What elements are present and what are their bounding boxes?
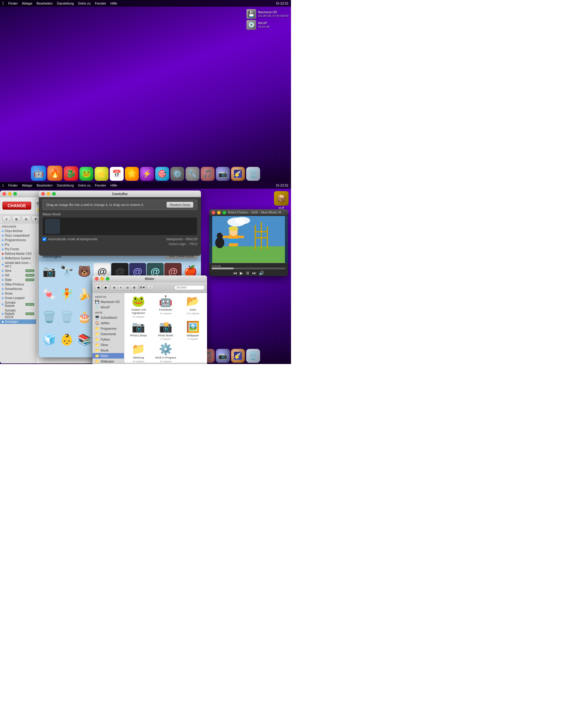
forward-button[interactable]: ▶ — [103, 285, 109, 290]
menu-finder-bottom[interactable]: Finder — [8, 183, 18, 187]
finder-close[interactable] — [95, 277, 99, 281]
dock-item-trash[interactable]: 🗑️ — [246, 167, 260, 181]
sonstiges-icon-cake[interactable]: 🎂 — [76, 309, 93, 326]
video-close[interactable] — [212, 211, 215, 214]
icon-view-btn[interactable]: ⊞ — [111, 285, 118, 290]
sidebar-slate[interactable]: Slate DOCK — [0, 278, 36, 282]
zoom-btn-2[interactable] — [52, 192, 56, 196]
finder-min[interactable] — [100, 277, 104, 281]
finder-bilder[interactable]: 📁 Bilder — [92, 353, 124, 359]
menu-bearbeiten-top[interactable]: Bearbeiten — [37, 1, 53, 5]
folder-werbung[interactable]: 📁 Werbung 30 Objekte — [126, 343, 151, 363]
drive-winxp[interactable]: 💿 WinXP 44,63 GB — [246, 20, 288, 30]
sonstiges-icon-camera[interactable]: 📷 — [40, 263, 58, 280]
drive-macintosh-hd[interactable]: 💾 Macintosh HD 191,88 GB, 67,08 GB frei — [246, 9, 288, 19]
finder-wallpaper[interactable]: 📁 Wallpaper — [92, 359, 124, 363]
next-btn[interactable]: ⏭ — [252, 270, 256, 276]
sidebar-reflections[interactable]: Reflections System — [0, 256, 36, 261]
video-min[interactable] — [217, 211, 221, 214]
dock-bot-trash[interactable]: 🗑️ — [246, 349, 260, 363]
menu-darstellung-bottom[interactable]: Darstellung — [57, 183, 74, 187]
dock-item-puzzle[interactable]: 🎯 — [155, 167, 169, 181]
sonstiges-icon-baby[interactable]: 👶 — [58, 331, 75, 348]
dock-item-dragon[interactable]: 🐉 — [64, 166, 78, 181]
finder-python[interactable]: 📁 Python — [92, 337, 124, 342]
sonstiges-icon-lens[interactable]: 🔭 — [58, 263, 75, 280]
dock-item-camera[interactable]: 📷 — [216, 167, 230, 181]
dock-item-star2[interactable]: 🌠 — [231, 167, 245, 181]
pause-btn[interactable]: ⏸ — [246, 270, 250, 276]
list-view-btn[interactable]: ≡ — [118, 285, 124, 290]
close-button[interactable] — [2, 192, 6, 196]
minimize-button[interactable] — [8, 192, 11, 196]
finder-share-btn[interactable]: ↑ — [147, 285, 154, 290]
video-zoom[interactable] — [222, 211, 226, 214]
finder-schreibtisch[interactable]: 🖥️ Schreibtisch — [92, 315, 124, 320]
finder-zoom[interactable] — [106, 277, 109, 281]
menu-bearbeiten-bottom[interactable]: Bearbeiten — [37, 183, 53, 187]
finder-macintosh-hd[interactable]: 💾 Macintosh HD — [92, 299, 124, 305]
prev-btn[interactable]: ⏮ — [233, 270, 237, 276]
folder-forenkram[interactable]: 🤖 Forenkram 14 Objekte — [154, 295, 178, 318]
finder-filme[interactable]: 📁 Filme — [92, 342, 124, 347]
sidebar-onyx-leopardized[interactable]: Onyx Leopardized — [0, 233, 36, 238]
folder-iphoto[interactable]: 📷 iPhoto Library — [126, 321, 151, 341]
sidebar-snow-leopard[interactable]: Snow Leopard — [0, 296, 36, 300]
play-btn[interactable]: ▶ — [240, 270, 243, 276]
sidebar-pry[interactable]: Pry — [0, 242, 36, 247]
folder-icons[interactable]: 📂 Icons 124 Objekte — [181, 295, 205, 318]
close-btn-2[interactable] — [41, 192, 45, 196]
menu-hilfe-top[interactable]: Hilfe — [110, 1, 117, 5]
menu-hilfe-bottom[interactable]: Hilfe — [110, 183, 117, 187]
sidebar-somatic-rebirth-dock[interactable]: Somatic Rebirth DOCK DOCK — [0, 308, 36, 319]
view-grid-btn[interactable]: ⊞ — [12, 216, 21, 222]
finder-musik[interactable]: 📁 Musik — [92, 347, 124, 353]
back-button[interactable]: ◀ — [95, 285, 102, 290]
dock-bot-star2[interactable]: 🌠 — [231, 349, 245, 363]
menu-fenster-top[interactable]: Fenster — [95, 1, 106, 5]
finder-search-input[interactable] — [174, 285, 204, 290]
dock-item-frog[interactable]: 🐸 — [79, 167, 93, 181]
video-progress-bar[interactable] — [212, 267, 285, 269]
sonstiges-icon-trash[interactable]: 🗑️ — [40, 309, 58, 326]
sonstiges-icon-bear[interactable]: 🐻 — [76, 263, 93, 280]
sonstiges-icon-fairy[interactable]: 🧚 — [58, 286, 75, 303]
view-col-btn[interactable]: ⊟ — [22, 216, 30, 222]
dock-item-cal[interactable]: 📅 — [110, 167, 124, 181]
sidebar-sera[interactable]: Sera DOCK — [0, 268, 36, 273]
column-view-btn[interactable]: ⊟ — [124, 285, 131, 290]
min-btn-2[interactable] — [47, 192, 50, 196]
restore-dock-button[interactable]: Restore Dock — [166, 202, 193, 208]
sidebar-slika[interactable]: Slika+Periloux — [0, 282, 36, 287]
menu-finder-top[interactable]: Finder — [8, 1, 18, 5]
sidebar-onyx-archive[interactable]: Onyx Archive — [0, 229, 36, 233]
menu-gehe-zu-bottom[interactable]: Gehe zu — [78, 183, 91, 187]
sidebar-sift[interactable]: Sift DOCK — [0, 273, 36, 278]
sonstiges-icon-trash2[interactable]: 🗑️ — [58, 309, 75, 326]
folder-avatare[interactable]: 🐸 Avatare und Signaturen 54 Objekte — [126, 295, 151, 318]
sonstiges-icon-ice[interactable]: 🧊 — [40, 331, 58, 348]
sidebar-programmicons[interactable]: Programmicons — [0, 238, 36, 242]
sidebar-sonstiges[interactable]: Sonstiges — [0, 319, 36, 324]
menu-gehe-zu-top[interactable]: Gehe zu — [78, 1, 91, 5]
dock-item-lightning[interactable]: ⚡ — [140, 167, 154, 181]
dock-item-music[interactable]: 🎵 — [201, 167, 215, 181]
sidebar-sendal[interactable]: sendal dark icons – set 1 — [0, 261, 36, 268]
zoom-button[interactable] — [13, 192, 17, 196]
sidebar-pry-fronte[interactable]: Pry Fronte — [0, 247, 36, 252]
folder-wallpaper[interactable]: 🖼️ Wallpaper 4 Objekte — [181, 321, 205, 341]
dock-item-robot[interactable]: 🤖 — [31, 165, 46, 181]
sonstiges-icon-banana[interactable]: 🍌 — [76, 286, 93, 303]
dock-well-cell-1[interactable] — [45, 219, 60, 234]
menu-darstellung-top[interactable]: Darstellung — [57, 1, 74, 5]
sonstiges-icon-book[interactable]: 📚 — [76, 331, 93, 348]
sidebar-smoothicons[interactable]: Smoothicons — [0, 287, 36, 291]
finder-dokumente[interactable]: 📁 Dokumente — [92, 331, 124, 337]
finder-programme[interactable]: 📁 Programme — [92, 326, 124, 331]
menu-ablage-bottom[interactable]: Ablage — [22, 183, 32, 187]
finder-action-btn[interactable]: ⚙▼ — [139, 285, 146, 290]
menu-ablage-top[interactable]: Ablage — [22, 1, 32, 5]
apple-menu-bottom[interactable]:  — [2, 183, 4, 188]
sidebar-refined-adobe[interactable]: Refined Adobe CS4 — [0, 252, 36, 256]
dock-item-gear[interactable]: ⚙️ — [170, 167, 184, 181]
